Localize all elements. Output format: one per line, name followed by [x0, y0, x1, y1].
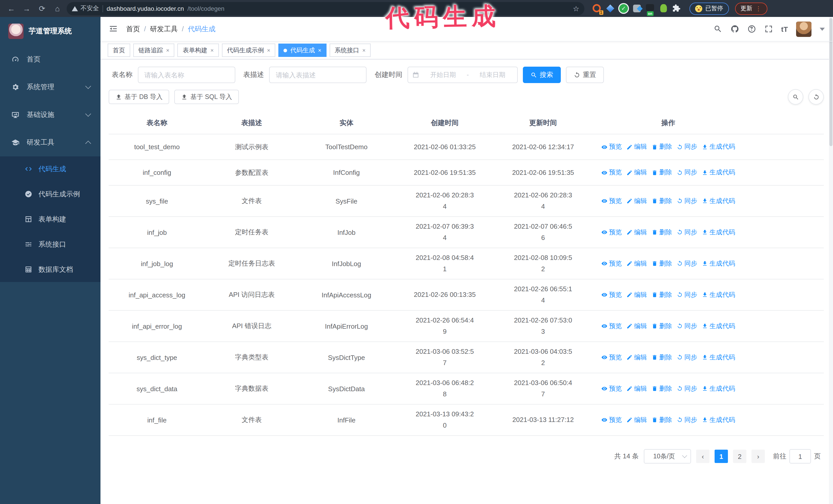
extension-diamond-icon[interactable] [606, 4, 615, 13]
reset-button[interactable]: 重置 [566, 67, 604, 83]
extension-green-person-icon[interactable] [659, 4, 668, 13]
hide-search-button[interactable] [788, 89, 803, 104]
browser-menu-dots-icon[interactable]: ⋮ [755, 6, 761, 11]
profile-paused-pill[interactable]: 已暂停 [689, 2, 729, 15]
next-page-button[interactable]: › [752, 450, 765, 463]
browser-forward-button[interactable]: → [21, 2, 33, 15]
generate-code-link[interactable]: 生成代码 [702, 168, 735, 177]
close-icon[interactable]: × [210, 47, 214, 53]
avatar-caret-icon[interactable] [820, 27, 825, 30]
sync-link[interactable]: 同步 [677, 353, 697, 362]
tab-form-builder[interactable]: 表单构建 × [177, 44, 219, 57]
edit-link[interactable]: 编辑 [626, 197, 647, 205]
chrome-update-button[interactable]: 更新 ⋮ [735, 2, 767, 15]
sidebar-item-devtools[interactable]: 研发工具 [0, 129, 100, 157]
sidebar-item-form-builder[interactable]: 表单构建 [0, 207, 100, 232]
generate-code-link[interactable]: 生成代码 [702, 353, 735, 362]
sync-link[interactable]: 同步 [677, 259, 697, 268]
breadcrumb-devtools[interactable]: 研发工具 [150, 24, 178, 33]
preview-link[interactable]: 预览 [601, 168, 622, 177]
address-bar[interactable]: 不安全 dashboard.yudao.iocoder.cn/tool/code… [67, 2, 585, 15]
tab-tracing[interactable]: 链路追踪 × [133, 44, 174, 57]
goto-page-input[interactable] [789, 449, 811, 463]
generate-code-link[interactable]: 生成代码 [702, 228, 735, 237]
sidebar-item-codegen[interactable]: 代码生成 [0, 157, 100, 182]
delete-link[interactable]: 删除 [651, 290, 672, 299]
edit-link[interactable]: 编辑 [626, 143, 647, 151]
edit-link[interactable]: 编辑 [626, 168, 647, 177]
preview-link[interactable]: 预览 [601, 290, 622, 299]
delete-link[interactable]: 删除 [651, 384, 672, 393]
edit-link[interactable]: 编辑 [626, 384, 647, 393]
tab-codegen-example[interactable]: 代码生成示例 × [222, 44, 276, 57]
preview-link[interactable]: 预览 [601, 322, 622, 331]
extension-dark-icon[interactable]: on [646, 4, 654, 13]
sidebar-item-codegen-example[interactable]: 代码生成示例 [0, 182, 100, 207]
close-icon[interactable]: × [166, 47, 169, 53]
sidebar-item-infra[interactable]: 基础设施 [0, 101, 100, 129]
browser-home-button[interactable]: ⌂ [51, 2, 64, 15]
font-size-icon[interactable]: tT [781, 25, 788, 33]
preview-link[interactable]: 预览 [601, 197, 622, 205]
browser-reload-button[interactable]: ⟳ [36, 2, 48, 15]
edit-link[interactable]: 编辑 [626, 290, 647, 299]
delete-link[interactable]: 删除 [651, 415, 672, 424]
edit-link[interactable]: 编辑 [626, 415, 647, 424]
page-button-1[interactable]: 1 [715, 450, 728, 463]
delete-link[interactable]: 删除 [651, 143, 672, 151]
avatar[interactable] [796, 21, 811, 37]
tab-system-api[interactable]: 系统接口 × [330, 44, 371, 57]
preview-link[interactable]: 预览 [601, 228, 622, 237]
generate-code-link[interactable]: 生成代码 [702, 415, 735, 424]
generate-code-link[interactable]: 生成代码 [702, 197, 735, 205]
edit-link[interactable]: 编辑 [626, 322, 647, 331]
page-size-select[interactable]: 10条/页 [644, 449, 691, 463]
tab-home[interactable]: 首页 [108, 44, 130, 57]
close-icon[interactable]: × [362, 47, 366, 53]
page-button-2[interactable]: 2 [733, 450, 746, 463]
import-sql-button[interactable]: 基于 SQL 导入 [174, 90, 239, 104]
bookmark-star-icon[interactable]: ☆ [573, 4, 579, 13]
prev-page-button[interactable]: ‹ [696, 450, 710, 463]
edit-link[interactable]: 编辑 [626, 259, 647, 268]
security-chip[interactable]: 不安全 [72, 4, 99, 13]
table-desc-input[interactable] [269, 67, 366, 83]
refresh-table-button[interactable] [808, 89, 824, 104]
extensions-puzzle-icon[interactable] [672, 4, 681, 13]
generate-code-link[interactable]: 生成代码 [702, 259, 735, 268]
close-icon[interactable]: × [318, 47, 322, 53]
sync-link[interactable]: 同步 [677, 384, 697, 393]
breadcrumb-home[interactable]: 首页 [126, 24, 140, 33]
import-db-button[interactable]: 基于 DB 导入 [109, 90, 169, 104]
table-name-input[interactable] [138, 67, 235, 83]
generate-code-link[interactable]: 生成代码 [702, 290, 735, 299]
github-icon[interactable] [731, 25, 739, 33]
search-icon[interactable] [714, 25, 722, 33]
search-button[interactable]: 搜索 [523, 67, 561, 83]
preview-link[interactable]: 预览 [601, 259, 622, 268]
preview-link[interactable]: 预览 [601, 384, 622, 393]
sync-link[interactable]: 同步 [677, 168, 697, 177]
tab-codegen[interactable]: 代码生成 × [279, 44, 327, 57]
sync-link[interactable]: 同步 [677, 290, 697, 299]
fullscreen-icon[interactable] [764, 25, 773, 33]
delete-link[interactable]: 删除 [651, 197, 672, 205]
sidebar-item-home[interactable]: 首页 [0, 46, 100, 73]
delete-link[interactable]: 删除 [651, 228, 672, 237]
browser-back-button[interactable]: ← [5, 2, 18, 15]
sync-link[interactable]: 同步 [677, 143, 697, 151]
preview-link[interactable]: 预览 [601, 415, 622, 424]
delete-link[interactable]: 删除 [651, 168, 672, 177]
extension-orange-icon[interactable]: 1 [593, 4, 601, 13]
preview-link[interactable]: 预览 [601, 353, 622, 362]
generate-code-link[interactable]: 生成代码 [702, 143, 735, 151]
edit-link[interactable]: 编辑 [626, 353, 647, 362]
extension-grid-icon[interactable] [633, 4, 641, 13]
collapse-menu-icon[interactable] [109, 24, 119, 34]
sidebar-item-db-doc[interactable]: 数据库文档 [0, 257, 100, 282]
sidebar-logo-row[interactable]: 芋道管理系统 [0, 17, 100, 46]
sync-link[interactable]: 同步 [677, 322, 697, 331]
preview-link[interactable]: 预览 [601, 143, 622, 151]
close-icon[interactable]: × [267, 47, 270, 53]
sidebar-item-system-api[interactable]: 系统接口 [0, 232, 100, 257]
